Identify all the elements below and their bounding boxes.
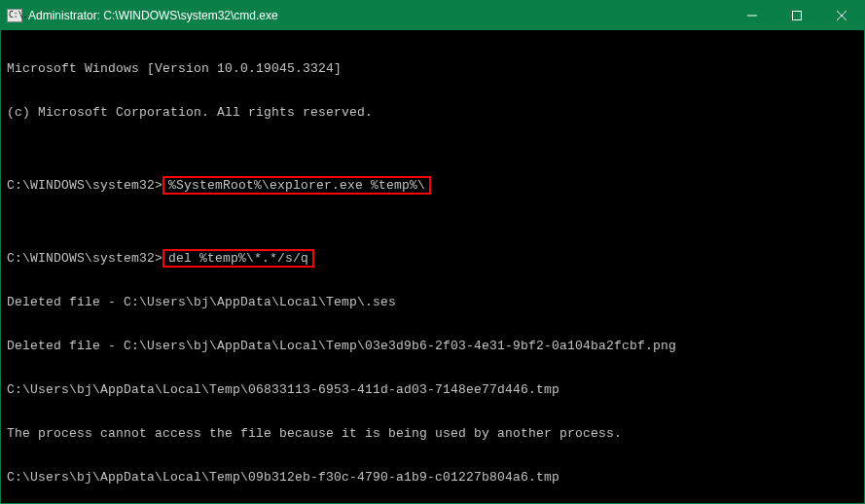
svg-rect-1 <box>793 12 802 20</box>
minimize-icon <box>747 11 757 20</box>
command-2-highlight: del %temp%\*.*/s/q <box>162 249 314 268</box>
maximize-icon <box>792 11 802 20</box>
output-line: Deleted file - C:\Users\bj\AppData\Local… <box>7 295 858 309</box>
command-1-highlight: %SystemRoot%\explorer.exe %temp%\ <box>162 176 431 195</box>
terminal-area[interactable]: Microsoft Windows [Version 10.0.19045.33… <box>1 30 864 504</box>
minimize-button[interactable] <box>730 1 775 30</box>
cmd-window: C:\. Administrator: C:\WINDOWS\system32\… <box>0 0 865 504</box>
prompt-2-prefix: C:\WINDOWS\system32> <box>7 251 162 266</box>
close-button[interactable] <box>819 1 864 30</box>
output-line: C:\Users\bj\AppData\Local\Temp\09b312eb-… <box>7 470 858 485</box>
window-title: Administrator: C:\WINDOWS\system32\cmd.e… <box>28 9 278 22</box>
output-line: Deleted file - C:\Users\bj\AppData\Local… <box>7 339 858 353</box>
output-line: C:\Users\bj\AppData\Local\Temp\06833113-… <box>7 382 858 397</box>
prompt-1-prefix: C:\WINDOWS\system32> <box>7 178 162 193</box>
titlebar-left: C:\. Administrator: C:\WINDOWS\system32\… <box>7 9 278 22</box>
window-controls <box>730 1 864 30</box>
version-line: Microsoft Windows [Version 10.0.19045.33… <box>7 61 858 76</box>
close-icon <box>837 11 847 20</box>
prompt-line-2: C:\WINDOWS\system32>del %temp%\*.*/s/q <box>7 251 858 266</box>
prompt-line-1: C:\WINDOWS\system32>%SystemRoot%\explore… <box>7 178 858 193</box>
maximize-button[interactable] <box>775 1 819 30</box>
titlebar[interactable]: C:\. Administrator: C:\WINDOWS\system32\… <box>1 1 864 30</box>
output-line: The process cannot access the file becau… <box>7 426 858 441</box>
copyright-line: (c) Microsoft Corporation. All rights re… <box>7 105 858 120</box>
cmd-icon: C:\. <box>7 9 22 22</box>
